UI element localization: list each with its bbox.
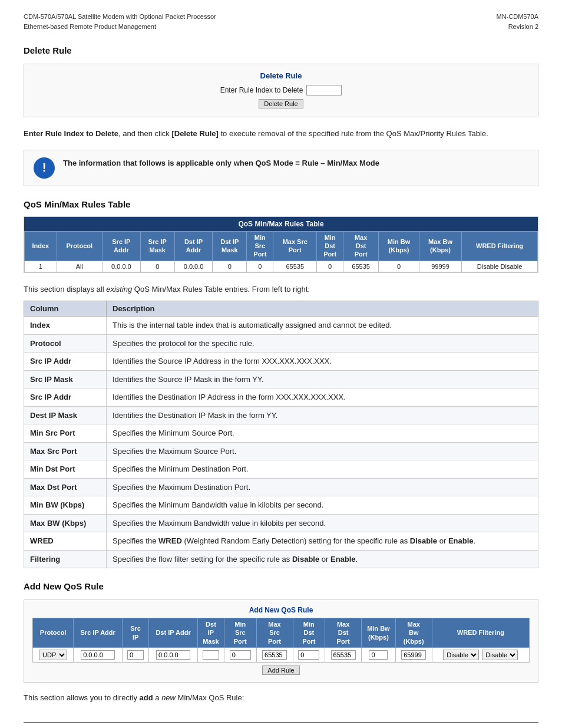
delete-rule-btn-row: Delete Rule	[36, 99, 526, 108]
add-td-src-mask[interactable]	[123, 648, 149, 663]
delete-rule-desc-bold: Enter Rule Index to Delete	[24, 129, 118, 138]
add-td-wred-filtering[interactable]: Disable Enable Disable Enable	[432, 648, 529, 663]
th-max-dst-port: MaxDstPort	[343, 231, 379, 261]
add-th-dst-ip-mask: DstIPMask	[198, 618, 224, 648]
qos-minmax-table: Index Protocol Src IPAddr Src IPMask Dst…	[24, 231, 538, 272]
th-src-ip-addr: Src IPAddr	[103, 231, 141, 261]
header-right-line1: MN-CDM570A	[496, 12, 538, 22]
desc-row-dest-ip-mask: Dest IP Mask Identifies the Destination …	[24, 406, 538, 424]
desc-col-max-src-port: Max Src Port	[24, 442, 107, 460]
src-mask-input[interactable]	[127, 650, 144, 660]
desc-row-max-src-port: Max Src Port Specifies the Maximum Sourc…	[24, 442, 538, 460]
protocol-select[interactable]: UDP TCP All	[39, 650, 67, 660]
info-box: ! The information that follows is applic…	[24, 150, 538, 186]
add-th-min-dst-port: MinDstPort	[293, 618, 325, 648]
min-src-port-input[interactable]	[230, 650, 251, 660]
delete-rule-button[interactable]: Delete Rule	[259, 99, 303, 108]
desc-col-wred: WRED	[24, 532, 107, 551]
qos-minmax-table-wrap: QoS Min/Max Rules Table Index Protocol S…	[24, 216, 538, 273]
td-max-dst-port: 65535	[343, 261, 379, 272]
delete-rule-input[interactable]	[306, 85, 342, 95]
th-dst-ip-addr: Dst IPAddr	[174, 231, 213, 261]
td-src-ip-mask: 0	[140, 261, 174, 272]
add-td-max-src[interactable]	[256, 648, 293, 663]
th-max-src-port: Max SrcPort	[273, 231, 317, 261]
add-th-min-src-port: MinSrcPort	[224, 618, 256, 648]
delete-rule-label: Enter Rule Index to Delete	[220, 86, 303, 94]
add-td-max-bw[interactable]	[395, 648, 432, 663]
max-src-port-input[interactable]	[262, 650, 287, 660]
desc-row-protocol: Protocol Specifies the protocol for the …	[24, 334, 538, 353]
add-td-min-src[interactable]	[224, 648, 256, 663]
desc-col-src-ip-addr: Src IP Addr	[24, 353, 107, 371]
th-dst-ip-mask: Dst IPMask	[213, 231, 247, 261]
add-th-max-bw: MaxBw(Kbps)	[395, 618, 432, 648]
delete-rule-desc-btn-ref: [Delete Rule]	[171, 129, 218, 138]
td-dst-ip-mask: 0	[213, 261, 247, 272]
max-dst-port-input[interactable]	[331, 650, 356, 660]
src-ip-input[interactable]	[81, 650, 115, 660]
qos-minmax-title: QoS Min/Max Rules Table	[24, 199, 538, 209]
td-protocol: All	[57, 261, 103, 272]
desc-desc-filtering: Specifies the flow filter setting for th…	[107, 550, 538, 568]
desc-desc-max-src-port: Specifies the Maximum Source Port.	[107, 442, 538, 460]
max-bw-input[interactable]	[401, 650, 426, 660]
add-td-min-bw[interactable]	[362, 648, 396, 663]
desc-row-max-bw: Max BW (Kbps) Specifies the Maximum Band…	[24, 514, 538, 532]
filtering-select[interactable]: Disable Enable	[482, 650, 518, 660]
add-rule-title: Add New QoS Rule	[24, 581, 538, 591]
table-row: 1 All 0.0.0.0 0 0.0.0.0 0 0 65535 0 6553…	[25, 261, 538, 272]
add-td-dst-ip[interactable]	[149, 648, 198, 663]
add-td-min-dst[interactable]	[293, 648, 325, 663]
add-th-src-ip-addr: Src IP Addr	[74, 618, 123, 648]
desc-row-wred: WRED Specifies the WRED (Weighted Random…	[24, 532, 538, 551]
desc-col-src-ip-mask: Src IP Mask	[24, 370, 107, 388]
desc-row-src-ip-addr: Src IP Addr Identifies the Source IP Add…	[24, 353, 538, 371]
add-th-min-bw: Min Bw(Kbps)	[362, 618, 396, 648]
th-index: Index	[25, 231, 57, 261]
th-min-bw: Min Bw(Kbps)	[379, 231, 419, 261]
dst-mask-input[interactable]	[203, 650, 219, 660]
desc-desc-min-dst-port: Specifies the Minimum Destination Port.	[107, 460, 538, 479]
delete-rule-box: Delete Rule Enter Rule Index to Delete D…	[24, 64, 538, 117]
min-dst-port-input[interactable]	[298, 650, 319, 660]
desc-row-filtering: Filtering Specifies the flow filter sett…	[24, 550, 538, 568]
desc-col-max-dst-port: Max Dst Port	[24, 478, 107, 496]
min-bw-input[interactable]	[369, 650, 388, 660]
desc-desc-header: Description	[107, 301, 538, 317]
qos-minmax-table-title: QoS Min/Max Rules Table	[24, 217, 538, 231]
desc-desc-max-dst-port: Specifies the Maximum Destination Port.	[107, 478, 538, 496]
td-max-src-port: 65535	[273, 261, 317, 272]
desc-desc-src-ip-mask: Identifies the Source IP Mask in the for…	[107, 370, 538, 388]
header-left: CDM-570A/570AL Satellite Modem with Opti…	[24, 12, 216, 31]
wred-select[interactable]: Disable Enable	[443, 650, 479, 660]
desc-desc-min-src-port: Specifies the Minimum Source Port.	[107, 424, 538, 443]
add-rule-btn-row: Add Rule	[32, 666, 530, 675]
desc-intro: This section displays all existing QoS M…	[24, 284, 538, 295]
add-table-row: UDP TCP All	[33, 648, 530, 663]
td-min-src-port: 0	[247, 261, 273, 272]
desc-row-min-src-port: Min Src Port Specifies the Minimum Sourc…	[24, 424, 538, 443]
desc-desc-max-bw: Specifies the Maximum Bandwidth value in…	[107, 514, 538, 532]
desc-desc-index: This is the internal table index that is…	[107, 317, 538, 335]
add-table-header-row: Protocol Src IP Addr SrcIP Dst IP Addr D…	[33, 618, 530, 648]
add-td-dst-mask[interactable]	[198, 648, 224, 663]
desc-desc-dest-ip-mask: Identifies the Destination IP Mask in th…	[107, 406, 538, 424]
add-td-src-ip[interactable]	[74, 648, 123, 663]
header-left-line1: CDM-570A/570AL Satellite Modem with Opti…	[24, 12, 216, 22]
add-td-protocol[interactable]: UDP TCP All	[33, 648, 74, 663]
add-td-max-dst[interactable]	[325, 648, 362, 663]
info-text: The information that follows is applicab…	[63, 157, 379, 169]
desc-col-header: Column	[24, 301, 107, 317]
add-th-protocol: Protocol	[33, 618, 74, 648]
desc-desc-wred: Specifies the WRED (Weighted Random Earl…	[107, 532, 538, 551]
add-rule-box: Add New QoS Rule Protocol Src IP Addr Sr…	[24, 599, 538, 683]
desc-row-dst-ip-addr: Src IP Addr Identifies the Destination I…	[24, 388, 538, 407]
td-index: 1	[25, 261, 57, 272]
td-min-dst-port: 0	[317, 261, 343, 272]
desc-desc-src-ip-addr: Identifies the Source IP Address in the …	[107, 353, 538, 371]
header-right: MN-CDM570A Revision 2	[496, 12, 538, 31]
desc-table: Column Description Index This is the int…	[24, 301, 538, 568]
add-rule-button[interactable]: Add Rule	[262, 666, 299, 675]
dst-ip-input[interactable]	[156, 650, 190, 660]
